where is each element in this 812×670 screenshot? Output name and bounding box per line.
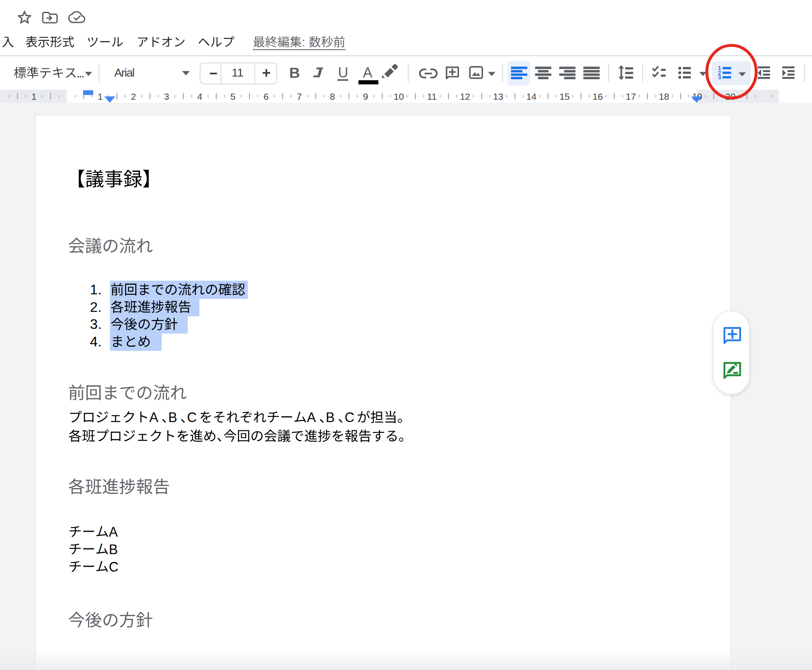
- svg-text:3: 3: [164, 91, 169, 101]
- svg-text:B: B: [109, 542, 118, 557]
- svg-text:B: B: [326, 410, 335, 425]
- svg-text:U: U: [338, 65, 348, 80]
- svg-text:6: 6: [263, 91, 269, 101]
- svg-text:1: 1: [32, 91, 37, 101]
- svg-text::: :: [302, 35, 309, 49]
- svg-text:4.: 4.: [90, 334, 102, 349]
- svg-text:18: 18: [659, 91, 669, 101]
- svg-text:4: 4: [197, 91, 203, 101]
- svg-text:C: C: [345, 410, 354, 425]
- svg-text:8: 8: [330, 91, 335, 101]
- svg-text:13: 13: [493, 91, 503, 101]
- svg-text:10: 10: [394, 91, 404, 101]
- svg-text:9: 9: [363, 91, 368, 101]
- svg-text:A: A: [307, 410, 316, 425]
- svg-text:...: ...: [76, 66, 84, 80]
- svg-text:12: 12: [460, 91, 470, 101]
- svg-text:C: C: [187, 410, 196, 425]
- svg-text:A: A: [109, 524, 118, 540]
- svg-text:11: 11: [427, 91, 437, 101]
- svg-text:1: 1: [98, 91, 103, 101]
- svg-text:B: B: [289, 64, 300, 81]
- svg-text:17: 17: [626, 91, 636, 101]
- svg-text:Arial: Arial: [114, 66, 134, 79]
- svg-text:2: 2: [131, 91, 136, 101]
- svg-text:11: 11: [232, 66, 244, 79]
- svg-text:14: 14: [526, 91, 537, 101]
- svg-text:A: A: [363, 65, 373, 80]
- svg-text:B: B: [168, 410, 177, 425]
- svg-text:3: 3: [718, 74, 721, 80]
- svg-text:7: 7: [297, 91, 302, 101]
- svg-text:15: 15: [560, 91, 570, 101]
- svg-text:1.: 1.: [90, 282, 102, 297]
- svg-text:2.: 2.: [90, 299, 102, 315]
- svg-text:A: A: [149, 410, 158, 425]
- svg-text:5: 5: [231, 91, 236, 101]
- svg-text:16: 16: [593, 91, 603, 101]
- svg-text:C: C: [109, 559, 119, 575]
- svg-text:3.: 3.: [90, 316, 102, 332]
